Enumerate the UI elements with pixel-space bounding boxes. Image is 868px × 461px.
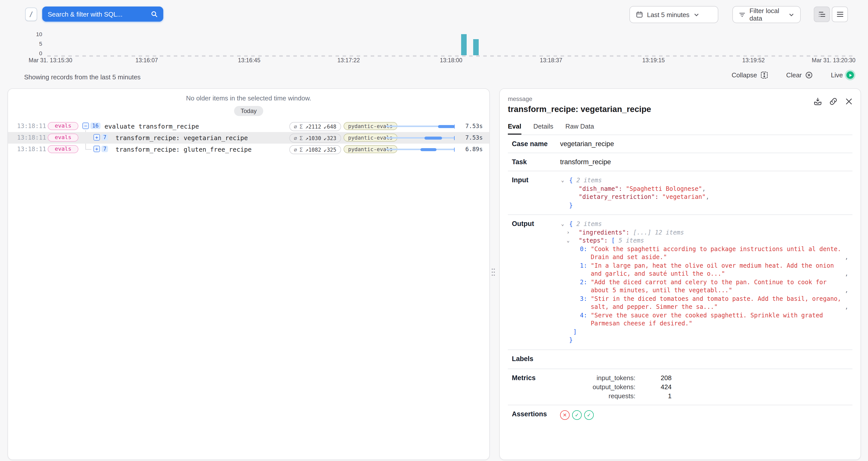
clear-button[interactable]: Clear	[786, 71, 813, 79]
expand-collapse-control[interactable]: − 16	[82, 122, 100, 129]
input-json-viewer: ⌄{ 2 items "dish_name": "Spaghetti Bolog…	[560, 176, 848, 209]
expand-collapse-control[interactable]: + 7	[93, 134, 108, 141]
trace-list-panel: No older items in the selected time wind…	[7, 88, 490, 460]
span-name[interactable]: transform_recipe: gluten_free_recipe	[116, 146, 252, 153]
copy-link-icon[interactable]	[829, 97, 838, 106]
expand-node-icon[interactable]: +	[93, 145, 100, 152]
metric-value: 208	[636, 374, 672, 381]
step-item: 2: "Add the diced carrot and celery to t…	[560, 278, 848, 295]
calendar-icon	[636, 11, 643, 18]
view-toggle-tree[interactable]	[814, 6, 830, 22]
collapse-chevron-icon[interactable]: ⌄	[561, 220, 564, 228]
collapse-chevron-icon[interactable]: ⌄	[567, 237, 569, 245]
tab-details[interactable]: Details	[533, 123, 554, 134]
y-tick: 10	[28, 31, 42, 37]
collapse-button[interactable]: Collapse	[732, 71, 768, 79]
histogram-bar	[473, 39, 479, 55]
panel-resize-handle[interactable]	[491, 266, 496, 278]
assertions-label: Assertions	[512, 410, 560, 420]
trace-row-selected[interactable]: 13:18:11 evals + 7 transform_recipe: veg…	[8, 132, 489, 144]
metrics-label: Metrics	[512, 374, 560, 399]
items-count-meta: 5 items	[619, 237, 644, 244]
date-separator-pill: Today	[234, 106, 263, 116]
duration-text: 7.53s	[465, 134, 483, 141]
collapse-chevron-icon[interactable]: ⌄	[561, 176, 564, 185]
metric-value: 1	[636, 392, 672, 399]
timeline-baseline	[47, 55, 856, 57]
sigma-icon: Σ	[300, 146, 303, 152]
collapsed-array[interactable]: [...]	[633, 229, 651, 236]
input-tokens-value: 1030	[308, 135, 321, 141]
record-kind-label: message	[508, 95, 852, 102]
time-range-dropdown[interactable]: Last 5 minutes	[629, 6, 718, 23]
null-icon: ⌀	[294, 123, 297, 129]
collapse-node-icon[interactable]: −	[82, 122, 89, 129]
null-icon: ⌀	[294, 135, 297, 141]
task-row: Task transform_recipe	[508, 153, 852, 171]
clear-label: Clear	[786, 71, 802, 79]
timeline-histogram[interactable]: 10 5 0 Mar 31. 13:15:30 13:16:07 13:16:4…	[0, 29, 868, 65]
live-button[interactable]: Live	[831, 71, 854, 79]
output-tokens-arrow-icon: ↙	[324, 123, 327, 129]
expand-chevron-icon[interactable]: ›	[567, 228, 569, 237]
evals-tag-pill[interactable]: evals	[48, 122, 79, 130]
expand-collapse-control[interactable]: + 7	[93, 145, 108, 152]
comma: ,	[845, 303, 848, 311]
step-item: 0: "Cook the spaghetti according to pack…	[560, 245, 848, 262]
items-count-meta: 12 items	[655, 229, 684, 236]
filter-local-data-dropdown[interactable]: Filter local data	[733, 6, 801, 23]
duration-text: 7.53s	[465, 123, 483, 129]
y-tick: 5	[28, 41, 42, 47]
output-tokens-arrow-icon: ↙	[324, 146, 327, 152]
save-to-drawer-icon[interactable]	[813, 97, 822, 106]
tab-eval[interactable]: Eval	[508, 123, 521, 134]
tab-raw-data[interactable]: Raw Data	[565, 123, 594, 134]
input-tokens-value: 1082	[308, 146, 321, 152]
row-timestamp: 13:18:11	[17, 123, 46, 129]
x-tick: 13:19:15	[642, 57, 665, 63]
token-usage-pill: ⌀ Σ ↗2112 ↙648	[289, 122, 341, 131]
assertion-fail-icon: ✕	[560, 410, 569, 420]
trace-row[interactable]: 13:18:11 evals − 16 evaluate transform_r…	[8, 121, 489, 132]
array-index: 0:	[579, 245, 587, 262]
live-indicator-icon	[846, 71, 854, 79]
json-string-value: "Spaghetti Bolognese"	[626, 185, 702, 192]
view-toggle-list[interactable]	[832, 6, 848, 22]
input-tokens-arrow-icon: ↗	[305, 135, 308, 141]
search-icon	[151, 10, 158, 18]
list-controls: Collapse Clear Live	[732, 71, 854, 79]
step-text: "Cook the spaghetti according to package…	[591, 245, 842, 262]
expand-node-icon[interactable]: +	[93, 134, 100, 141]
metric-key: output_tokens:	[560, 383, 636, 391]
span-name[interactable]: transform_recipe: vegetarian_recipe	[116, 134, 248, 142]
array-index: 2:	[579, 278, 587, 295]
search-button[interactable]: Search & filter with SQL...	[42, 6, 163, 22]
step-text: "In a large pan, heat the olive oil over…	[591, 262, 842, 278]
view-toggle-group	[814, 6, 848, 22]
comma: ,	[702, 185, 706, 192]
items-count-meta: 2 items	[577, 177, 602, 184]
detail-panel: message transform_recipe: vegetarian_rec…	[499, 88, 861, 460]
open-brace: {	[569, 220, 572, 227]
comma: ,	[845, 253, 848, 262]
duration-bar	[386, 136, 455, 139]
trace-row[interactable]: 13:18:11 evals + 7 transform_recipe: glu…	[8, 144, 489, 155]
close-icon[interactable]	[844, 97, 854, 106]
duration-bar	[386, 125, 455, 128]
comma: ,	[845, 286, 848, 295]
comma: ,	[706, 193, 709, 201]
detail-tabs: Eval Details Raw Data	[508, 123, 852, 134]
evals-tag-pill[interactable]: evals	[48, 145, 79, 153]
histogram-bar	[461, 34, 467, 55]
assertions-row: Assertions ✕ ✓ ✓	[508, 405, 852, 425]
span-name[interactable]: evaluate transform_recipe	[104, 123, 199, 130]
collapse-label: Collapse	[732, 71, 757, 79]
row-timestamp: 13:18:11	[17, 134, 46, 141]
step-text: "Add the diced carrot and celery to the …	[591, 278, 842, 295]
json-key: "steps":	[579, 237, 608, 244]
evals-tag-pill[interactable]: evals	[48, 133, 79, 141]
child-count-badge: 7	[101, 134, 108, 141]
input-label: Input	[512, 176, 560, 209]
json-key: "ingredients":	[579, 229, 629, 236]
assertion-pass-icon: ✓	[572, 410, 582, 420]
